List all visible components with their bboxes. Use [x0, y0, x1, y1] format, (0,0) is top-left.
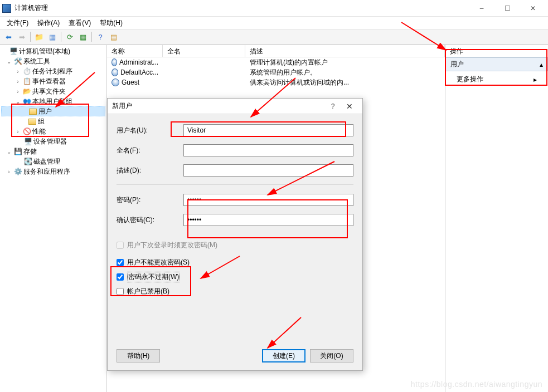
task-icon: ⏱️: [22, 67, 31, 76]
share-icon: 📂: [22, 87, 31, 96]
title-bar: 计算机管理 – ☐ ✕: [0, 0, 548, 17]
maximize-button[interactable]: ☐: [494, 0, 520, 17]
action-panel: 操作 用户▴ 更多操作▸: [445, 45, 548, 392]
export-icon[interactable]: ▦: [77, 31, 89, 43]
create-button[interactable]: 创建(E): [262, 349, 305, 362]
tree-disk-mgmt[interactable]: 磁盘管理: [33, 157, 60, 166]
folder-icon: [29, 109, 37, 115]
help-icon[interactable]: ?: [94, 31, 106, 43]
label-fullname: 全名(F):: [117, 146, 183, 155]
disk-icon: 💽: [23, 157, 32, 166]
confirm-password-field[interactable]: [183, 214, 353, 226]
arrow-right-icon: ▸: [534, 76, 537, 84]
menu-view[interactable]: 查看(V): [64, 17, 95, 29]
tree-task-scheduler[interactable]: 任务计划程序: [32, 67, 72, 76]
check-disabled[interactable]: [117, 288, 124, 295]
back-button[interactable]: ⬅: [2, 31, 14, 43]
user-icon: [111, 79, 119, 86]
check-cannot-change[interactable]: [117, 259, 124, 266]
nav-tree[interactable]: 🖥️计算机管理(本地) ⌄🛠️系统工具 ›⏱️任务计划程序 ›📋事件查看器 ›📂…: [1, 46, 105, 177]
tree-services-apps[interactable]: 服务和应用程序: [23, 167, 70, 177]
tools-icon: 🛠️: [13, 57, 22, 66]
label-cannot-change: 用户不能更改密码(S): [127, 258, 190, 267]
tree-panel: 🖥️计算机管理(本地) ⌄🛠️系统工具 ›⏱️任务计划程序 ›📋事件查看器 ›📂…: [0, 45, 107, 392]
label-confirm: 确认密码(C):: [117, 215, 183, 225]
toolbar: ⬅ ➡ 📁 ▦ ⟳ ▦ ? ▤: [0, 29, 548, 45]
menu-file[interactable]: 文件(F): [2, 17, 33, 29]
watermark: https://blog.csdn.net/aiwangtingyun: [411, 380, 542, 389]
tree-local-users[interactable]: 本地用户和组: [32, 97, 72, 106]
dialog-close-icon[interactable]: ✕: [341, 102, 358, 111]
fullname-field[interactable]: [183, 144, 353, 156]
tree-shared-folders[interactable]: 共享文件夹: [32, 87, 66, 96]
list-body: Administrat... 管理计算机(域)的内置帐户 DefaultAcc.…: [107, 57, 445, 87]
col-name[interactable]: 名称: [107, 45, 163, 57]
list-row[interactable]: Administrat... 管理计算机(域)的内置帐户: [107, 57, 445, 67]
list-row[interactable]: DefaultAcc... 系统管理的用户帐户。: [107, 67, 445, 77]
list-header: 名称 全名 描述: [107, 45, 445, 57]
tree-storage[interactable]: 存储: [23, 147, 37, 156]
actions-section[interactable]: 用户▴: [445, 57, 548, 71]
label-must-change: 用户下次登录时须更改密码(M): [127, 241, 217, 250]
refresh-icon[interactable]: ⟳: [64, 31, 76, 43]
computer-icon: 🖥️: [9, 47, 18, 56]
new-user-dialog: 新用户 ? ✕ 用户名(U): 全名(F): 描述(D): 密码(P): 确认密…: [107, 98, 363, 371]
tree-system-tools[interactable]: 系统工具: [23, 57, 50, 66]
check-never-expire[interactable]: [117, 273, 124, 281]
password-field[interactable]: [183, 194, 353, 206]
tree-root[interactable]: 计算机管理(本地): [19, 47, 70, 56]
tree-groups[interactable]: 组: [38, 117, 45, 126]
collapse-icon: ▴: [540, 61, 543, 68]
minimize-button[interactable]: –: [469, 0, 494, 17]
users-group-icon: 👥: [22, 97, 31, 106]
user-icon: [111, 58, 117, 66]
view-icon[interactable]: ▤: [108, 31, 120, 43]
properties-icon[interactable]: ▦: [46, 31, 59, 43]
tree-device-manager[interactable]: 设备管理器: [33, 137, 67, 146]
username-field[interactable]: [183, 124, 353, 136]
forward-button[interactable]: ➡: [16, 31, 28, 43]
storage-icon: 💾: [13, 147, 22, 156]
dialog-help-icon[interactable]: ?: [324, 102, 341, 110]
app-icon: [2, 4, 11, 13]
dialog-title: 新用户: [112, 101, 324, 111]
label-username: 用户名(U):: [117, 126, 183, 135]
actions-header: 操作: [445, 45, 548, 57]
tree-performance[interactable]: 性能: [32, 127, 46, 136]
user-icon: [111, 68, 118, 76]
label-desc: 描述(D):: [117, 166, 183, 175]
help-button[interactable]: 帮助(H): [117, 349, 160, 362]
perf-icon: 🚫: [22, 127, 31, 136]
close-dialog-button[interactable]: 关闭(O): [310, 349, 353, 362]
menu-bar: 文件(F) 操作(A) 查看(V) 帮助(H): [0, 17, 548, 29]
tree-event-viewer[interactable]: 事件查看器: [32, 77, 66, 86]
menu-action[interactable]: 操作(A): [33, 17, 64, 29]
menu-help[interactable]: 帮助(H): [95, 17, 127, 29]
list-row[interactable]: Guest 供来宾访问计算机或访问域的内...: [107, 77, 445, 87]
device-icon: 🖥️: [23, 137, 32, 146]
check-must-change: [117, 242, 124, 249]
window-title: 计算机管理: [14, 3, 469, 13]
label-disabled: 帐户已禁用(B): [127, 287, 169, 296]
label-never-expire: 密码永不过期(W): [127, 272, 180, 282]
tree-users[interactable]: 用户: [38, 107, 52, 116]
col-fullname[interactable]: 全名: [163, 45, 245, 57]
actions-more[interactable]: 更多操作▸: [445, 71, 548, 87]
close-button[interactable]: ✕: [520, 0, 546, 17]
description-field[interactable]: [183, 164, 353, 177]
col-desc[interactable]: 描述: [245, 45, 445, 57]
label-password: 密码(P):: [117, 195, 183, 205]
event-icon: 📋: [22, 77, 31, 86]
folder-icon: [28, 119, 36, 125]
up-button[interactable]: 📁: [33, 31, 45, 43]
services-icon: ⚙️: [13, 167, 22, 176]
